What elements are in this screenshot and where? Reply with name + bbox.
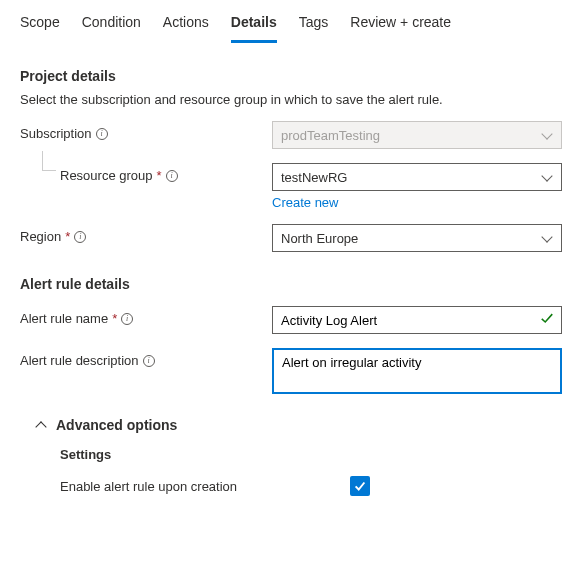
region-select[interactable]: North Europe (272, 224, 562, 252)
alert-rule-desc-input[interactable] (272, 348, 562, 394)
alert-rule-desc-label: Alert rule description (20, 353, 139, 368)
required-asterisk: * (157, 168, 162, 183)
create-new-link[interactable]: Create new (272, 195, 338, 210)
alert-rule-name-label: Alert rule name (20, 311, 108, 326)
chevron-down-icon (541, 171, 553, 183)
enable-upon-creation-checkbox[interactable] (350, 476, 370, 496)
tab-bar: Scope Condition Actions Details Tags Rev… (0, 0, 582, 44)
chevron-down-icon (541, 232, 553, 244)
alert-rule-name-input[interactable] (272, 306, 562, 334)
info-icon[interactable]: i (121, 313, 133, 325)
settings-title: Settings (20, 447, 562, 462)
chevron-down-icon (541, 129, 553, 141)
tab-details[interactable]: Details (231, 10, 277, 43)
advanced-options-title: Advanced options (56, 417, 177, 433)
tab-condition[interactable]: Condition (82, 10, 141, 43)
check-icon (540, 312, 554, 329)
subscription-label: Subscription (20, 126, 92, 141)
tab-scope[interactable]: Scope (20, 10, 60, 43)
resource-group-label: Resource group (60, 168, 153, 183)
alert-rule-details-title: Alert rule details (20, 276, 562, 292)
subscription-select: prodTeamTesting (272, 121, 562, 149)
region-value: North Europe (281, 231, 358, 246)
required-asterisk: * (65, 229, 70, 244)
info-icon[interactable]: i (96, 128, 108, 140)
tab-actions[interactable]: Actions (163, 10, 209, 43)
tab-review-create[interactable]: Review + create (350, 10, 451, 43)
advanced-options-toggle[interactable]: Advanced options (20, 417, 562, 433)
info-icon[interactable]: i (74, 231, 86, 243)
region-label: Region (20, 229, 61, 244)
chevron-up-icon (36, 420, 46, 430)
resource-group-select[interactable]: testNewRG (272, 163, 562, 191)
tab-tags[interactable]: Tags (299, 10, 329, 43)
info-icon[interactable]: i (166, 170, 178, 182)
resource-group-value: testNewRG (281, 170, 347, 185)
project-details-desc: Select the subscription and resource gro… (20, 92, 562, 107)
indent-line (42, 151, 56, 171)
project-details-title: Project details (20, 68, 562, 84)
required-asterisk: * (112, 311, 117, 326)
subscription-value: prodTeamTesting (281, 128, 380, 143)
enable-upon-creation-label: Enable alert rule upon creation (60, 479, 350, 494)
info-icon[interactable]: i (143, 355, 155, 367)
